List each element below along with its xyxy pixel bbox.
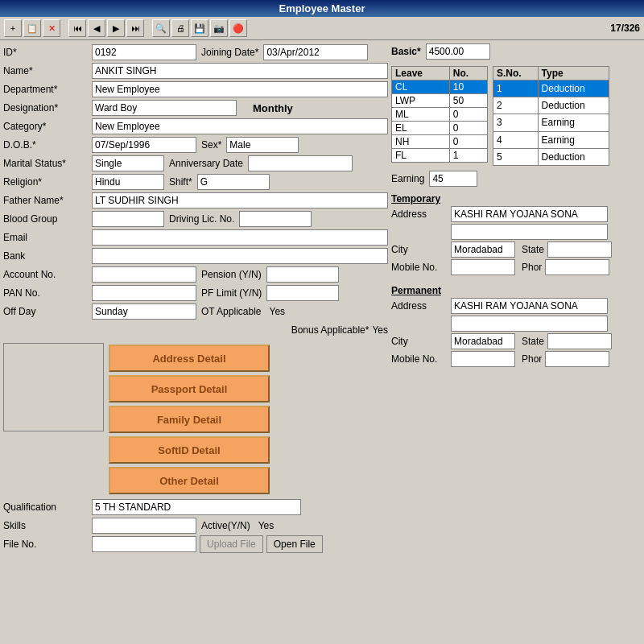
print-button[interactable]: 🖨 [171,19,189,37]
blood-input[interactable] [92,211,164,227]
qual-input[interactable] [92,499,301,515]
joining-date-input[interactable] [263,44,368,60]
deduction-table-row[interactable]: 3Earning [493,114,609,131]
temp-addr-input2[interactable] [451,224,608,240]
dob-row: D.O.B.* Sex* [3,136,388,154]
deduction-table-row[interactable]: 2Deduction [493,97,609,114]
photo-button[interactable]: 📷 [210,19,228,37]
perm-mobile-input[interactable] [451,351,515,367]
name-label: Name* [3,65,92,76]
leave-no-cell: 0 [449,108,487,122]
exit-button[interactable]: 🔴 [229,19,247,37]
sex-input[interactable] [226,137,299,153]
leave-no-cell: 10 [449,80,487,94]
perm-state-label: State [522,336,544,347]
id-row: ID* Joining Date* [3,43,388,61]
type-cell: Deduction [538,97,609,114]
cat-label: Category* [3,121,92,132]
deduction-table-row[interactable]: 4Earning [493,131,609,148]
copy-button[interactable]: 📋 [23,19,41,37]
bank-row: Bank [3,247,388,265]
upload-file-button[interactable]: Upload File [200,535,263,553]
last-button[interactable]: ⏭ [126,19,144,37]
address-detail-button[interactable]: Address Detail [109,345,270,372]
perm-state-input[interactable] [547,333,612,349]
open-file-button[interactable]: Open File [266,535,323,553]
perm-addr-input2[interactable] [451,316,608,332]
offday-input[interactable] [92,303,196,320]
perm-addr-input[interactable] [451,298,608,314]
bank-input[interactable] [92,248,388,264]
leave-table-row[interactable]: EL0 [392,122,488,135]
religion-input[interactable] [92,174,164,190]
basic-input[interactable] [426,43,490,60]
next-button[interactable]: ▶ [107,19,125,37]
sno-cell: 3 [493,114,539,131]
first-button[interactable]: ⏮ [68,19,86,37]
nav-info: 17/326 [610,23,640,34]
perm-phone-input[interactable] [545,351,609,367]
marital-input[interactable] [92,155,164,171]
family-detail-button[interactable]: Family Detail [109,406,270,433]
temp-phone-input[interactable] [545,259,609,275]
shift-input[interactable] [197,174,270,190]
pension-input[interactable] [266,266,339,283]
cat-row: Category* [3,118,388,135]
father-input[interactable] [92,192,388,208]
skills-input[interactable] [92,518,196,534]
name-input[interactable] [92,63,388,79]
skills-label: Skills [3,520,92,531]
perm-addr-row2 [391,316,641,332]
leave-table-row[interactable]: CL10 [392,80,488,94]
temp-city-input[interactable] [451,242,515,258]
account-input[interactable] [92,266,196,283]
temp-addr-input[interactable] [451,206,608,222]
desig-input[interactable] [92,100,237,116]
save-button[interactable]: 💾 [191,19,208,37]
search-button[interactable]: 🔍 [152,19,170,37]
leave-table-row[interactable]: NH0 [392,135,488,149]
leave-cell: NH [392,135,450,149]
leave-table-row[interactable]: LWP50 [392,94,488,108]
deduction-table-row[interactable]: 5Deduction [493,148,609,165]
anniversary-input[interactable] [248,155,353,171]
leave-table-row[interactable]: FL1 [392,149,488,163]
active-label: Active(Y/N) [201,520,250,531]
pf-input[interactable] [266,285,339,301]
qualification-row: Qualification [3,498,388,516]
email-label: Email [3,232,92,243]
softid-detail-button[interactable]: SoftID Detail [109,436,270,464]
dept-row: Department* [3,80,388,98]
leave-table-row[interactable]: ML0 [392,108,488,122]
tables-row: Leave No. CL10LWP50ML0EL0NH0FL1 S.No. Ty… [391,66,641,166]
passport-detail-button[interactable]: Passport Detail [109,375,270,402]
add-button[interactable]: + [4,19,22,37]
driving-input[interactable] [239,211,312,227]
leave-cell: ML [392,108,450,122]
temp-state-input[interactable] [547,242,612,258]
deduction-table-row[interactable]: 1Deduction [493,80,609,97]
email-input[interactable] [92,229,388,246]
cat-input[interactable] [92,118,388,134]
pan-input[interactable] [92,285,196,301]
main-content: ID* Joining Date* Name* Department* Desi… [0,40,644,642]
type-cell: Earning [538,131,609,148]
offday-label: Off Day [3,306,92,317]
leave-col-header: Leave [392,67,450,80]
joining-date-label: Joining Date* [201,47,258,58]
fileno-row: File No. Upload File Open File [3,535,388,553]
marital-row: Marital Status* Anniversary Date [3,155,388,172]
dept-input[interactable] [92,81,388,97]
earning-input[interactable] [429,171,477,187]
temp-mobile-input[interactable] [451,259,515,275]
id-input[interactable] [92,44,196,60]
fileno-input[interactable] [92,536,196,552]
desig-label: Designation* [3,102,92,114]
perm-city-input[interactable] [451,333,515,349]
other-detail-button[interactable]: Other Detail [109,467,270,494]
prev-button[interactable]: ◀ [88,19,105,37]
fileno-label: File No. [3,539,92,550]
delete-button[interactable]: ✕ [43,19,60,37]
dob-input[interactable] [92,137,196,153]
perm-mobile-label: Mobile No. [391,353,448,365]
